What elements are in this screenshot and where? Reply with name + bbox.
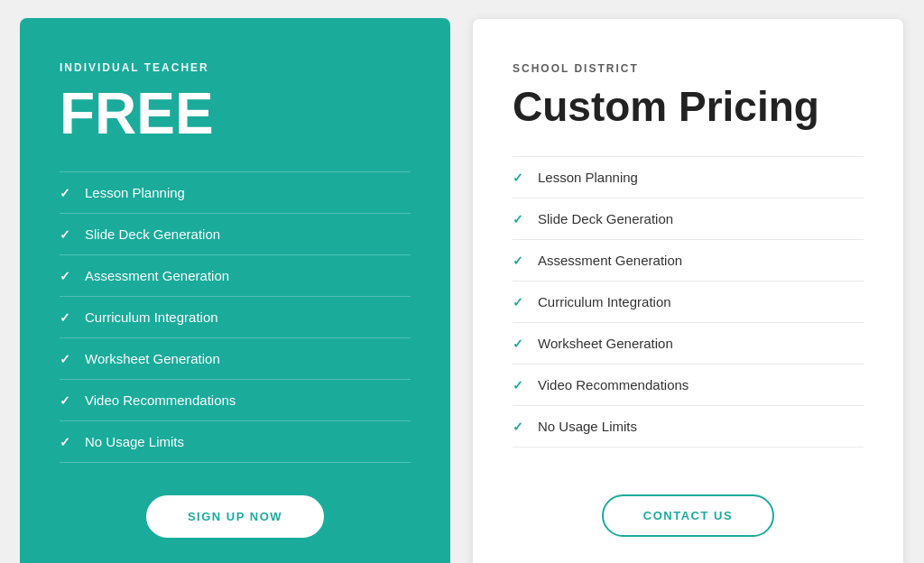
feature-label: Video Recommendations [85, 392, 236, 408]
district-plan-label: SCHOOL DISTRICT [513, 62, 864, 75]
feature-label: Assessment Generation [538, 253, 682, 268]
check-icon: ✓ [60, 269, 74, 283]
list-item: ✓Curriculum Integration [60, 297, 411, 338]
teacher-features-list: ✓Lesson Planning✓Slide Deck Generation✓A… [60, 171, 411, 463]
list-item: ✓Video Recommendations [60, 380, 411, 421]
feature-label: Curriculum Integration [85, 309, 218, 325]
check-icon: ✓ [513, 212, 527, 226]
list-item: ✓Video Recommendations [513, 365, 864, 406]
check-icon: ✓ [60, 186, 74, 200]
district-card: SCHOOL DISTRICT Custom Pricing ✓Lesson P… [472, 18, 904, 563]
list-item: ✓Slide Deck Generation [60, 214, 411, 255]
check-icon: ✓ [60, 352, 74, 366]
feature-label: Worksheet Generation [538, 336, 673, 351]
signup-button[interactable]: SIGN UP NOW [146, 495, 324, 538]
check-icon: ✓ [60, 310, 74, 325]
feature-label: Lesson Planning [538, 170, 638, 185]
teacher-cta-area: SIGN UP NOW [60, 495, 411, 538]
district-price: Custom Pricing [513, 86, 864, 127]
list-item: ✓Worksheet Generation [60, 338, 411, 380]
contact-button[interactable]: CONTACT US [602, 494, 774, 537]
list-item: ✓Assessment Generation [513, 240, 864, 282]
check-icon: ✓ [513, 378, 527, 392]
list-item: ✓Lesson Planning [513, 156, 864, 198]
check-icon: ✓ [513, 295, 527, 309]
list-item: ✓Lesson Planning [60, 171, 411, 214]
check-icon: ✓ [60, 393, 74, 408]
feature-label: Video Recommendations [538, 377, 688, 392]
feature-label: Curriculum Integration [538, 294, 671, 309]
pricing-container: INDIVIDUAL TEACHER FREE ✓Lesson Planning… [20, 18, 904, 563]
feature-label: Worksheet Generation [85, 351, 220, 366]
district-cta-area: CONTACT US [513, 494, 864, 537]
list-item: ✓Curriculum Integration [513, 282, 864, 323]
teacher-price: FREE [60, 85, 411, 143]
check-icon: ✓ [513, 254, 527, 268]
feature-label: Assessment Generation [85, 268, 229, 283]
feature-label: Lesson Planning [85, 185, 185, 200]
teacher-plan-label: INDIVIDUAL TEACHER [60, 61, 411, 74]
list-item: ✓Slide Deck Generation [513, 198, 864, 240]
check-icon: ✓ [513, 420, 527, 434]
list-item: ✓No Usage Limits [513, 406, 864, 448]
list-item: ✓No Usage Limits [60, 421, 411, 463]
check-icon: ✓ [60, 435, 74, 449]
feature-label: No Usage Limits [538, 419, 637, 434]
feature-label: No Usage Limits [85, 434, 184, 449]
teacher-card: INDIVIDUAL TEACHER FREE ✓Lesson Planning… [20, 18, 450, 563]
check-icon: ✓ [513, 171, 527, 185]
check-icon: ✓ [513, 337, 527, 351]
feature-label: Slide Deck Generation [85, 226, 220, 242]
check-icon: ✓ [60, 227, 74, 242]
list-item: ✓Assessment Generation [60, 255, 411, 297]
list-item: ✓Worksheet Generation [513, 323, 864, 365]
district-features-list: ✓Lesson Planning✓Slide Deck Generation✓A… [513, 156, 864, 462]
feature-label: Slide Deck Generation [538, 211, 673, 226]
